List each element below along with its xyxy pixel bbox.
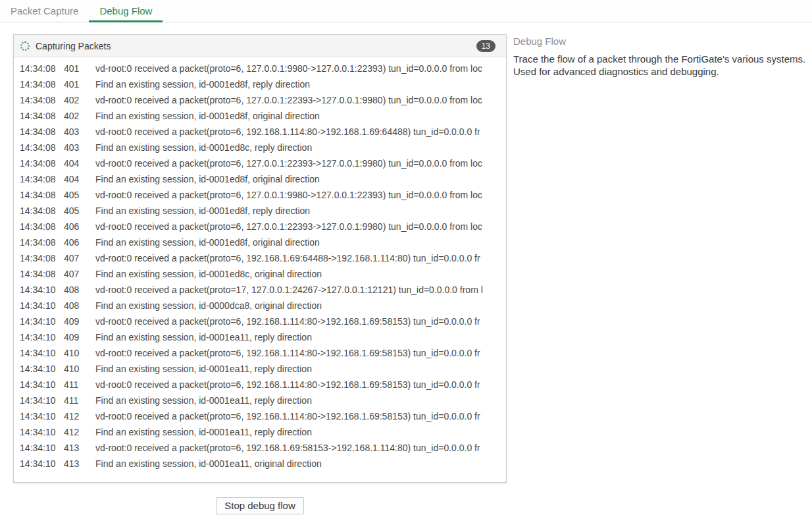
log-row: 14:34:08 402 Find an existing session, i…: [14, 108, 506, 124]
log-row: 14:34:10 412 Find an existing session, i…: [14, 424, 506, 440]
log-message: vd-root:0 received a packet(proto=6, 192…: [95, 250, 506, 266]
tab-bar: Packet Capture Debug Flow: [0, 0, 812, 22]
log-time: 14:34:08: [20, 203, 64, 219]
tab-debug-flow-label: Debug Flow: [99, 5, 152, 16]
info-panel-title: Debug Flow: [513, 36, 808, 47]
log-seq: 403: [64, 140, 95, 155]
log-time: 14:34:08: [20, 124, 64, 140]
log-time: 14:34:10: [20, 282, 64, 298]
log-seq: 409: [64, 329, 95, 345]
log-time: 14:34:10: [20, 377, 64, 393]
log-message: Find an existing session, id-0001ed8f, r…: [95, 203, 506, 219]
tab-packet-capture-label: Packet Capture: [11, 5, 78, 16]
log-time: 14:34:10: [20, 329, 64, 345]
log-seq: 411: [64, 377, 95, 393]
log-message: vd-root:0 received a packet(proto=6, 127…: [95, 219, 506, 234]
log-row: 14:34:10 408 Find an existing session, i…: [14, 298, 506, 314]
log-seq: 405: [64, 187, 95, 203]
log-row: 14:34:08 407 Find an existing session, i…: [14, 266, 506, 282]
packet-count-badge: 13: [476, 40, 495, 52]
log-message: vd-root:0 received a packet(proto=6, 127…: [95, 61, 506, 76]
log-time: 14:34:10: [20, 456, 64, 472]
log-row: 14:34:08 404 vd-root:0 received a packet…: [14, 155, 506, 171]
log-seq: 402: [64, 92, 95, 108]
log-seq: 406: [64, 219, 95, 234]
capture-panel-title: Capturing Packets: [36, 41, 111, 51]
log-time: 14:34:10: [20, 314, 64, 329]
log-row: 14:34:08 403 Find an existing session, i…: [14, 140, 506, 155]
log-time: 14:34:08: [20, 234, 64, 250]
log-row: 14:34:10 412 vd-root:0 received a packet…: [14, 408, 506, 424]
log-seq: 403: [64, 124, 95, 140]
log-message: vd-root:0 received a packet(proto=6, 192…: [95, 408, 506, 424]
log-seq: 413: [64, 440, 95, 456]
loading-spinner-icon: [20, 41, 30, 51]
log-row: 14:34:08 401 Find an existing session, i…: [14, 76, 506, 92]
stop-debug-flow-button[interactable]: Stop debug flow: [216, 497, 304, 514]
log-seq: 401: [64, 76, 95, 92]
log-row: 14:34:10 411 vd-root:0 received a packet…: [14, 377, 506, 393]
log-message: vd-root:0 received a packet(proto=6, 192…: [95, 377, 506, 393]
log-time: 14:34:08: [20, 187, 64, 203]
log-row: 14:34:08 403 vd-root:0 received a packet…: [14, 124, 506, 140]
log-row: 14:34:08 404 Find an existing session, i…: [14, 171, 506, 187]
log-seq: 413: [64, 456, 95, 472]
tab-debug-flow[interactable]: Debug Flow: [89, 0, 163, 22]
log-time: 14:34:08: [20, 250, 64, 266]
log-time: 14:34:08: [20, 108, 64, 124]
log-seq: 412: [64, 424, 95, 440]
capture-panel-header: Capturing Packets 13: [14, 35, 506, 57]
log-row: 14:34:08 406 vd-root:0 received a packet…: [14, 219, 506, 234]
log-seq: 411: [64, 393, 95, 408]
log-message: vd-root:0 received a packet(proto=6, 192…: [95, 440, 506, 456]
log-row: 14:34:08 407 vd-root:0 received a packet…: [14, 250, 506, 266]
log-time: 14:34:10: [20, 361, 64, 377]
log-seq: 401: [64, 61, 95, 76]
log-message: vd-root:0 received a packet(proto=6, 127…: [95, 187, 506, 203]
log-row: 14:34:08 406 Find an existing session, i…: [14, 234, 506, 250]
log-message: vd-root:0 received a packet(proto=6, 127…: [95, 92, 506, 108]
log-time: 14:34:10: [20, 440, 64, 456]
log-seq: 410: [64, 361, 95, 377]
log-seq: 407: [64, 250, 95, 266]
log-time: 14:34:08: [20, 76, 64, 92]
tab-packet-capture[interactable]: Packet Capture: [0, 0, 89, 22]
log-time: 14:34:10: [20, 345, 64, 361]
log-seq: 405: [64, 203, 95, 219]
log-message: vd-root:0 received a packet(proto=17, 12…: [95, 282, 506, 298]
log-message: Find an existing session, id-0001ea11, o…: [95, 456, 506, 472]
log-time: 14:34:10: [20, 298, 64, 314]
log-row: 14:34:10 413 vd-root:0 received a packet…: [14, 440, 506, 456]
log-time: 14:34:08: [20, 219, 64, 234]
log-message: Find an existing session, id-0001ea11, r…: [95, 329, 506, 345]
log-message: vd-root:0 received a packet(proto=6, 192…: [95, 345, 506, 361]
footer: Stop debug flow: [13, 497, 507, 514]
capture-panel: Capturing Packets 13 14:34:08 401 vd-roo…: [13, 34, 507, 483]
log-row: 14:34:10 413 Find an existing session, i…: [14, 456, 506, 472]
info-panel: Debug Flow Trace the flow of a packet th…: [513, 36, 808, 78]
log-time: 14:34:08: [20, 155, 64, 171]
log-message: Find an existing session, id-0001ed8f, o…: [95, 108, 506, 124]
log-message: vd-root:0 received a packet(proto=6, 127…: [95, 155, 506, 171]
log-time: 14:34:10: [20, 393, 64, 408]
log-time: 14:34:08: [20, 140, 64, 155]
log-message: Find an existing session, id-0000dca8, o…: [95, 298, 506, 314]
log-row: 14:34:10 410 Find an existing session, i…: [14, 361, 506, 377]
log-time: 14:34:08: [20, 61, 64, 76]
log-seq: 408: [64, 298, 95, 314]
log-message: vd-root:0 received a packet(proto=6, 192…: [95, 124, 506, 140]
log-row: 14:34:08 405 vd-root:0 received a packet…: [14, 187, 506, 203]
log-row: 14:34:08 402 vd-root:0 received a packet…: [14, 92, 506, 108]
log-message: Find an existing session, id-0001ed8f, o…: [95, 234, 506, 250]
log-seq: 412: [64, 408, 95, 424]
log-row: 14:34:10 411 Find an existing session, i…: [14, 393, 506, 408]
log-list[interactable]: 14:34:08 401 vd-root:0 received a packet…: [14, 57, 506, 482]
log-message: Find an existing session, id-0001ed8c, o…: [95, 266, 506, 282]
log-row: 14:34:10 408 vd-root:0 received a packet…: [14, 282, 506, 298]
log-seq: 409: [64, 314, 95, 329]
log-seq: 404: [64, 155, 95, 171]
log-time: 14:34:10: [20, 408, 64, 424]
log-message: Find an existing session, id-0001ed8f, o…: [95, 171, 506, 187]
log-row: 14:34:10 409 vd-root:0 received a packet…: [14, 314, 506, 329]
log-message: Find an existing session, id-0001ea11, r…: [95, 393, 506, 408]
